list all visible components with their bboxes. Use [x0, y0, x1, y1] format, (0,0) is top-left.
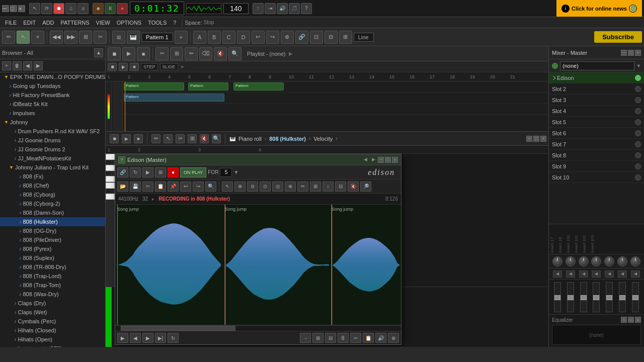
slot-dot[interactable]	[635, 75, 641, 81]
pr-tool-5[interactable]: 🔇	[200, 134, 209, 143]
send-btn-3[interactable]: ◀	[579, 270, 588, 278]
fader-slot[interactable]	[580, 282, 587, 312]
e-undo-btn[interactable]: ↩	[180, 182, 191, 192]
edison-scrollbar[interactable]	[115, 325, 401, 331]
tree-item-808-trap-lord[interactable]: ♪ 808 (Trap-Lord)	[0, 272, 105, 281]
edison-maximize[interactable]: □	[385, 157, 391, 163]
tree-item-drum-pushers[interactable]: ♪ Drum Pushers R.nd Kit WAV SF2	[0, 127, 105, 136]
e-copy-btn[interactable]: 📋	[155, 182, 166, 192]
tree-item-trap-lord-kit[interactable]: ▼ Johnny Juliano - Trap Lord Kit	[0, 163, 105, 172]
tree-item-808-wax-dry[interactable]: ♪ 808 (Wax-Dry)	[0, 290, 105, 299]
slot-dot[interactable]	[635, 141, 641, 147]
e-tool-1[interactable]: ↖	[222, 182, 233, 192]
sidebar-nav-up[interactable]: ▲	[94, 48, 103, 57]
e-link-btn[interactable]: 🔗	[117, 167, 128, 177]
tb-snap[interactable]: ⊞	[79, 31, 92, 44]
edison-waveform[interactable]: Song jump Song jump Song jump	[115, 205, 401, 325]
tree-item-jj-goonie2[interactable]: ♪ JJ Goonie Drums 2	[0, 145, 105, 154]
tb-next-pattern[interactable]: ▶▶	[64, 31, 77, 44]
slot-row-4[interactable]: Slot 4	[549, 106, 644, 117]
tb-btn-e[interactable]: ↩	[252, 31, 265, 44]
tb-stop-song[interactable]: ■	[137, 47, 150, 60]
tb-paint[interactable]: ✏	[185, 47, 198, 60]
fader-handle[interactable]	[593, 295, 599, 300]
e-save-btn[interactable]: 💾	[130, 182, 141, 192]
send-btn-6[interactable]: ◀	[618, 270, 627, 278]
e-tool-7[interactable]: ✏	[297, 182, 308, 192]
maximize-button[interactable]: □	[10, 5, 17, 12]
tb-cut[interactable]: ✂	[94, 31, 107, 44]
tb-btn-g[interactable]: ⊕	[281, 31, 294, 44]
e-tool-4[interactable]: ⊙	[260, 182, 271, 192]
mixer-maximize[interactable]: □	[628, 50, 634, 56]
e-redo-btn[interactable]: ↪	[193, 182, 204, 192]
tree-item-808-cyborg2[interactable]: ♪ 808 (Cyborg-2)	[0, 199, 105, 208]
mixer-knob-6[interactable]	[617, 256, 627, 266]
tree-item-instruments[interactable]: ♪ Instruments (SF2)	[0, 344, 105, 347]
tree-item-claps-dry[interactable]: ♪ Claps (Dry)	[0, 299, 105, 308]
tree-item-808-cyborg[interactable]: ♪ 808 (Cyborg)	[0, 190, 105, 199]
eq-btn-2[interactable]: ─	[628, 317, 634, 323]
pr-tool-4[interactable]: ⊞	[188, 134, 197, 143]
send-btn-1[interactable]: ◀	[553, 270, 562, 278]
song-record-btn[interactable]: ⏺	[108, 63, 117, 71]
sidebar-delete-btn[interactable]: 🗑	[13, 61, 22, 70]
subscribe-button[interactable]: Subscribe	[594, 31, 642, 43]
tb-btn-j[interactable]: ⊟	[325, 31, 338, 44]
stop-button-top[interactable]: ■	[93, 3, 104, 14]
tb-draw-tool[interactable]: ✏	[2, 31, 15, 44]
menu-tools[interactable]: TOOLS	[145, 19, 170, 27]
tree-item-jj-meat[interactable]: ♪ JJ_MeatNPotatoesKit	[0, 154, 105, 163]
minimize-button[interactable]: ─	[2, 5, 9, 12]
tb-select-tool[interactable]: ↖	[17, 31, 30, 44]
e-tool-5[interactable]: ◎	[272, 182, 283, 192]
pr-stop-btn[interactable]: ■	[134, 134, 143, 143]
e-tool-3[interactable]: ⊘	[247, 182, 258, 192]
mixer-knob-3[interactable]	[579, 256, 589, 266]
e-bottom-prev[interactable]: ◀	[130, 333, 141, 343]
slot-row-edison[interactable]: Edison	[549, 72, 644, 83]
pr-record-btn[interactable]: ⏺	[110, 134, 119, 143]
pr-close[interactable]: ×	[540, 136, 546, 142]
mixer-knob-1[interactable]	[552, 256, 562, 266]
e-bottom-end[interactable]: ▶|	[155, 333, 166, 343]
e-tool-9[interactable]: ↕	[323, 182, 334, 192]
edison-help-icon[interactable]: ?	[118, 156, 125, 163]
e-bottom-play[interactable]: ▶	[117, 333, 128, 343]
mixer-knob-5[interactable]	[604, 256, 614, 266]
tree-item-808-chef[interactable]: ♪ 808 (Chef)	[0, 181, 105, 190]
menu-help[interactable]: ?	[170, 19, 179, 27]
e-open-btn[interactable]: 📂	[117, 182, 128, 192]
send-btn-7[interactable]: ◀	[631, 270, 640, 278]
tb-add-pattern[interactable]: +	[175, 31, 188, 44]
edison-nav-prev[interactable]: ◀	[362, 157, 369, 163]
menu-add[interactable]: ADD	[39, 19, 57, 27]
close-button[interactable]: ×	[18, 5, 25, 12]
transport-icon-4[interactable]: ♫	[65, 3, 76, 14]
slot-row-7[interactable]: Slot 7	[549, 139, 644, 150]
edison-nav-next[interactable]: ▶	[370, 157, 377, 163]
fader-slot[interactable]	[593, 282, 600, 312]
tool-icon-1[interactable]: ↑	[253, 3, 264, 14]
record-button-top[interactable]: ●	[117, 3, 128, 14]
channel-dropdown[interactable]: (none)	[560, 61, 634, 70]
e-bottom-btn4[interactable]: 🎚	[338, 333, 349, 343]
fader-slot[interactable]	[619, 282, 626, 312]
pr-play-btn[interactable]: ▶	[122, 134, 131, 143]
e-record-btn[interactable]: ●	[168, 167, 179, 177]
tb-btn-i[interactable]: ⊡	[310, 31, 323, 44]
tree-item-808-piledriver[interactable]: ♪ 808 (PileDriver)	[0, 235, 105, 244]
song-stop-btn[interactable]: ■	[130, 63, 139, 71]
e-zoom-btn[interactable]: 🔍	[205, 182, 216, 192]
slot-dot[interactable]	[635, 108, 641, 114]
tool-icon-4[interactable]: 🎵	[289, 3, 300, 14]
on-play-button[interactable]: ON PLAY	[180, 167, 206, 177]
slot-dot[interactable]	[635, 152, 641, 158]
tb-record-song[interactable]: ⏺	[108, 47, 121, 60]
tree-item-808-trap-tom[interactable]: ♪ 808 (Trap-Tom)	[0, 281, 105, 290]
scrollbar-thumb[interactable]	[121, 326, 235, 331]
tree-item-impulses[interactable]: ♪ Impulses	[0, 109, 105, 118]
transport-icon-5[interactable]: ♬	[77, 3, 89, 14]
send-btn-4[interactable]: ◀	[592, 270, 601, 278]
transport-icon-2[interactable]: ⟳	[41, 3, 52, 14]
